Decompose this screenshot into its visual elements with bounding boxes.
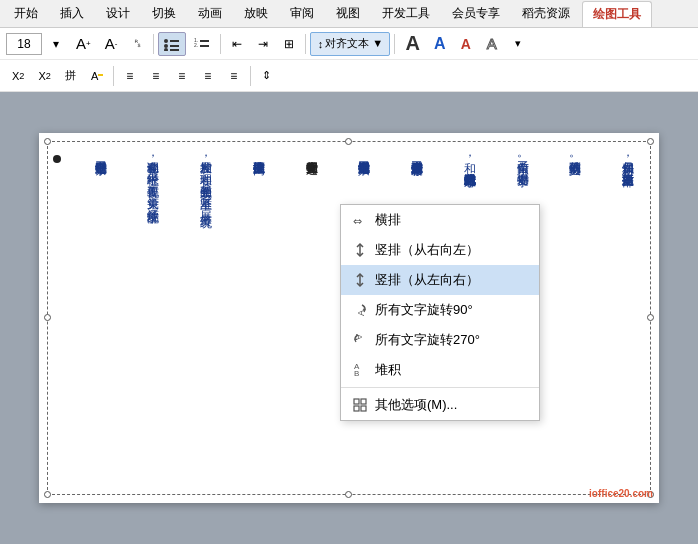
tab-review[interactable]: 审阅 xyxy=(280,1,324,27)
svg-point-0 xyxy=(164,39,168,43)
tab-slideshow[interactable]: 放映 xyxy=(234,1,278,27)
handle-mid-right[interactable] xyxy=(647,314,654,321)
svg-rect-3 xyxy=(170,45,179,47)
menu-item-stack[interactable]: A B 堆积 xyxy=(341,355,539,385)
svg-text:⇔: ⇔ xyxy=(353,215,362,227)
sep3 xyxy=(305,34,306,54)
menu-item-vertical-rtl[interactable]: 竖排（从右向左） xyxy=(341,235,539,265)
font-style-a-outline[interactable]: A xyxy=(480,32,504,56)
menu-item-vertical-ltr[interactable]: 竖排（从左向右） xyxy=(341,265,539,295)
sep5 xyxy=(113,66,114,86)
superscript-btn[interactable]: X2 xyxy=(6,64,30,88)
font-style-a-medium[interactable]: A xyxy=(428,32,452,56)
svg-rect-5 xyxy=(170,49,179,51)
font-style-a-large[interactable]: A xyxy=(399,32,425,56)
menu-item-stack-label: 堆积 xyxy=(375,361,401,379)
font-size-dropdown-btn[interactable]: ▾ xyxy=(44,32,68,56)
text-column-3: 控和发展，和安理，实系的会整，基坚准，展^统筹贯 xyxy=(164,153,217,493)
vertical-rtl-icon xyxy=(351,242,369,258)
increase-font-btn[interactable]: A+ xyxy=(70,32,97,56)
document-area: 习近平书记在辽宁察时坚持 调稳和安全，中求经社，要视工作，党央策，辽宁部统筹 控… xyxy=(0,92,698,544)
decrease-font-btn[interactable]: A- xyxy=(99,32,124,56)
sep4 xyxy=(394,34,395,54)
tab-daoke[interactable]: 稻壳资源 xyxy=(512,1,580,27)
svg-text:2.: 2. xyxy=(194,42,198,48)
menu-item-rotate270-label: 所有文字旋转270° xyxy=(375,331,480,349)
highlight-btn[interactable]: A xyxy=(85,64,109,88)
menu-divider xyxy=(341,387,539,388)
svg-rect-18 xyxy=(361,399,366,404)
sep2 xyxy=(220,34,221,54)
vertical-ltr-icon xyxy=(351,272,369,288)
bullet-list-icon xyxy=(164,37,180,51)
phonetic-btn[interactable]: 拼 xyxy=(59,64,83,88)
line-spacing-btn[interactable]: ⇕ xyxy=(255,64,279,88)
clear-format-btn[interactable]: ␞ xyxy=(125,32,149,56)
text-column-5: 开行创迎动党担大局大奋明 xyxy=(270,153,323,493)
bullet-list-btn[interactable] xyxy=(158,32,186,56)
handle-mid-left[interactable] xyxy=(44,314,51,321)
svg-rect-20 xyxy=(361,406,366,411)
rotate90-icon: A xyxy=(351,302,369,318)
menu-item-rotate90-label: 所有文字旋转90° xyxy=(375,301,473,319)
handle-top-left[interactable] xyxy=(44,138,51,145)
svg-rect-9 xyxy=(200,45,209,47)
align-center-btn[interactable]: ≡ xyxy=(144,64,168,88)
text-column-4: 振进全面推共同推高代彼发 xyxy=(217,153,270,493)
toolbar-row-1: ▾ A+ A- ␞ 1. 2. ⇤ ⇥ ⊞ ↕ 对齐文本 ▼ A A A xyxy=(0,28,698,60)
tab-view[interactable]: 视图 xyxy=(326,1,370,27)
align-right-btn[interactable]: ≡ xyxy=(170,64,194,88)
menu-item-vertical-rtl-label: 竖排（从右向左） xyxy=(375,241,479,259)
horizontal-icon: ⇔ xyxy=(351,212,369,228)
tab-draw[interactable]: 绘图工具 xyxy=(582,1,652,27)
svg-rect-1 xyxy=(170,40,179,42)
text-direction-icon: ↕ xyxy=(318,38,324,50)
text-column-11: 新和新仅倡员，更部振对建重要指 xyxy=(586,153,639,493)
menu-item-vertical-ltr-label: 竖排（从左向右） xyxy=(375,271,479,289)
font-style-a-small[interactable]: A xyxy=(454,32,478,56)
stack-icon: A B xyxy=(351,362,369,378)
svg-point-4 xyxy=(164,48,168,51)
toolbar-row-2: X2 X2 拼 A ≡ ≡ ≡ ≡ ≡ ⇕ xyxy=(0,60,698,92)
rotate270-icon: A xyxy=(351,332,369,348)
menu-item-rotate90[interactable]: A 所有文字旋转90° xyxy=(341,295,539,325)
align-distribute-btn[interactable]: ≡ xyxy=(222,64,246,88)
menu-item-more-label: 其他选项(M)... xyxy=(375,396,457,414)
font-size-input[interactable] xyxy=(6,33,42,55)
handle-top-mid[interactable] xyxy=(345,138,352,145)
text-direction-btn[interactable]: ↕ 对齐文本 ▼ xyxy=(310,32,390,56)
menu-item-horizontal[interactable]: ⇔ 横排 xyxy=(341,205,539,235)
tab-member[interactable]: 会员专享 xyxy=(442,1,510,27)
font-dropdown-btn2[interactable]: ▾ xyxy=(506,32,530,56)
svg-rect-7 xyxy=(200,40,209,42)
handle-top-right[interactable] xyxy=(647,138,654,145)
sep6 xyxy=(250,66,251,86)
decrease-indent-btn[interactable]: ⇤ xyxy=(225,32,249,56)
watermark: ioffice20.com xyxy=(589,488,653,499)
increase-indent-btn[interactable]: ⇥ xyxy=(251,32,275,56)
svg-rect-19 xyxy=(354,406,359,411)
align-justify-btn[interactable]: ≡ xyxy=(196,64,220,88)
text-direction-label: 对齐文本 ▼ xyxy=(325,36,383,51)
menu-item-horizontal-label: 横排 xyxy=(375,211,401,229)
indent-options-btn[interactable]: ⊞ xyxy=(277,32,301,56)
text-column-1: 习近平书记在辽宁察时坚持 xyxy=(59,153,112,493)
subscript-btn[interactable]: X2 xyxy=(32,64,56,88)
tab-developer[interactable]: 开发工具 xyxy=(372,1,440,27)
numbered-list-btn[interactable]: 1. 2. xyxy=(188,32,216,56)
svg-text:B: B xyxy=(354,369,359,378)
svg-point-2 xyxy=(164,44,168,48)
menu-item-rotate270[interactable]: A 所有文字旋转270° xyxy=(341,325,539,355)
tab-bar: 开始 插入 设计 切换 动画 放映 审阅 视图 开发工具 会员专享 稻壳资源 绘… xyxy=(0,0,698,28)
tab-animation[interactable]: 动画 xyxy=(188,1,232,27)
tab-insert[interactable]: 插入 xyxy=(50,1,94,27)
handle-bottom-left[interactable] xyxy=(44,491,51,498)
tab-design[interactable]: 设计 xyxy=(96,1,140,27)
align-left-btn[interactable]: ≡ xyxy=(118,64,142,88)
sep1 xyxy=(153,34,154,54)
text-column-10: 份列不遵动式义的。 xyxy=(534,153,587,493)
menu-item-more[interactable]: 其他选项(M)... xyxy=(341,390,539,420)
tab-transition[interactable]: 切换 xyxy=(142,1,186,27)
tab-start[interactable]: 开始 xyxy=(4,1,48,27)
more-options-icon xyxy=(351,397,369,413)
